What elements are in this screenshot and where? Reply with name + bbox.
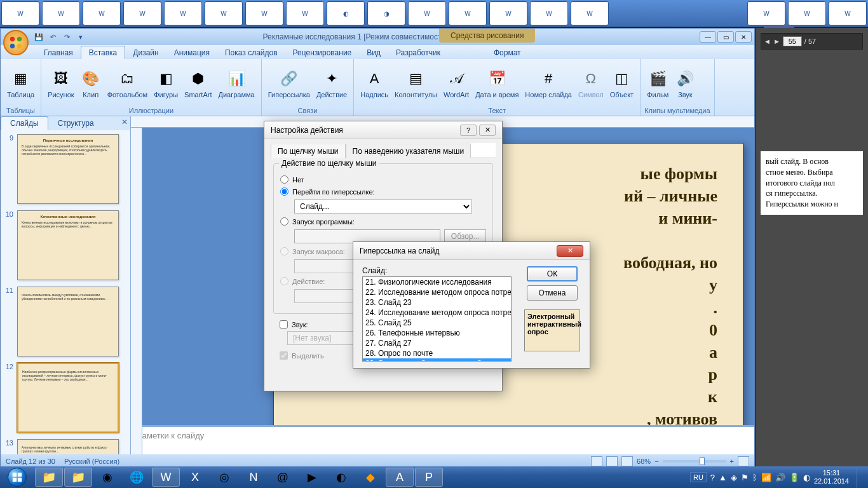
taskbar-media[interactable]: ▶ bbox=[298, 468, 326, 487]
chart-button[interactable]: 📊Диаграмма bbox=[216, 67, 257, 100]
smartart-button[interactable]: ⬢SmartArt bbox=[182, 67, 214, 100]
tab-view[interactable]: Вид bbox=[359, 46, 388, 59]
taskbar-app[interactable]: ◎ bbox=[210, 468, 238, 487]
qat-more-icon[interactable]: ▾ bbox=[74, 30, 87, 43]
tab-home[interactable]: Главная bbox=[36, 46, 81, 59]
outline-tab[interactable]: Структура bbox=[48, 116, 104, 130]
language-indicator[interactable]: RU bbox=[690, 472, 707, 482]
clock[interactable]: 15:3122.01.2014 bbox=[814, 469, 849, 485]
slides-tab[interactable]: Слайды bbox=[1, 116, 48, 130]
taskbar-doc[interactable]: W bbox=[42, 1, 80, 25]
taskbar-doc[interactable]: W bbox=[1, 1, 39, 25]
taskbar-mail[interactable]: @ bbox=[269, 468, 297, 487]
fit-button[interactable] bbox=[738, 456, 749, 466]
radio-runprogram[interactable]: Запуск программы: bbox=[280, 217, 486, 226]
slide-listbox[interactable]: 21. Физиологические исследования22. Иссл… bbox=[362, 276, 512, 362]
zoom-in-button[interactable]: + bbox=[730, 458, 734, 465]
taskbar-excel[interactable]: X bbox=[181, 468, 209, 487]
taskbar-word[interactable]: W bbox=[152, 468, 180, 487]
slide-thumb[interactable]: 11понять взаимосвязь между чувствами, от… bbox=[4, 287, 126, 356]
help-button[interactable]: ? bbox=[460, 125, 477, 136]
zoom-out-button[interactable]: − bbox=[654, 458, 658, 465]
taskbar-doc[interactable]: W bbox=[205, 1, 243, 25]
next-page-icon[interactable]: ► bbox=[773, 37, 780, 45]
taskbar-onenote[interactable]: N bbox=[240, 468, 268, 487]
tab-review[interactable]: Рецензирование bbox=[285, 46, 360, 59]
taskbar-explorer[interactable]: 📁 bbox=[35, 468, 63, 487]
list-item[interactable]: 27. Слайд 27 bbox=[363, 338, 511, 348]
thumbnail-list[interactable]: 9Первичные исследованияВ ходе первичных … bbox=[1, 130, 130, 454]
taskbar-doc[interactable]: W bbox=[286, 1, 324, 25]
radio-hyperlink[interactable]: Перейти по гиперссылке: bbox=[280, 187, 486, 196]
taskbar-doc[interactable]: W bbox=[747, 1, 785, 25]
taskbar-doc[interactable]: W bbox=[788, 1, 826, 25]
taskbar-doc[interactable]: W bbox=[408, 1, 446, 25]
save-icon[interactable]: 💾 bbox=[32, 30, 45, 43]
battery-icon[interactable]: 🔋 bbox=[789, 473, 799, 482]
taskbar-doc[interactable]: W bbox=[571, 1, 609, 25]
table-button[interactable]: ▦Таблица bbox=[4, 67, 37, 100]
tab-onhover[interactable]: По наведению указателя мыши bbox=[346, 144, 471, 158]
tab-format[interactable]: Формат bbox=[486, 46, 529, 59]
redo-icon[interactable]: ↷ bbox=[60, 30, 73, 43]
taskbar-doc[interactable]: W bbox=[123, 1, 161, 25]
taskbar-doc[interactable]: W bbox=[164, 1, 202, 25]
taskbar-hp[interactable]: ◉ bbox=[93, 468, 121, 487]
tab-insert[interactable]: Вставка bbox=[81, 46, 126, 59]
prev-page-icon[interactable]: ◄ bbox=[764, 37, 771, 45]
zoom-slider[interactable] bbox=[663, 460, 726, 463]
list-item[interactable]: 28. Опрос по почте bbox=[363, 348, 511, 358]
taskbar-doc[interactable]: W bbox=[449, 1, 487, 25]
object-button[interactable]: ◫Объект bbox=[607, 67, 636, 100]
list-item[interactable]: 26. Телефонные интервью bbox=[363, 328, 511, 338]
hyperlink-select[interactable]: Слайд... bbox=[294, 200, 472, 214]
list-item[interactable]: 21. Физиологические исследования bbox=[363, 277, 511, 287]
sorter-view-button[interactable] bbox=[606, 456, 618, 466]
close-button[interactable]: ✕ bbox=[479, 125, 496, 136]
start-button[interactable] bbox=[0, 466, 34, 488]
tray-icon[interactable]: ◐ bbox=[803, 473, 810, 482]
action-button[interactable]: ✦Действие bbox=[314, 67, 349, 100]
textbox-button[interactable]: AНадпись bbox=[358, 67, 391, 100]
help-icon[interactable]: ? bbox=[710, 473, 715, 482]
normal-view-button[interactable] bbox=[591, 456, 602, 466]
tab-design[interactable]: Дизайн bbox=[125, 46, 166, 59]
list-item[interactable]: 22. Исследование методом опроса потреби bbox=[363, 287, 511, 297]
movie-button[interactable]: 🎬Фильм bbox=[644, 67, 671, 100]
tray-icon[interactable]: ⚑ bbox=[741, 473, 749, 482]
notes-pane[interactable]: Заметки к слайду bbox=[131, 425, 754, 454]
taskbar-app[interactable]: ◆ bbox=[356, 468, 384, 487]
list-item[interactable]: 23. Слайд 23 bbox=[363, 297, 511, 308]
taskbar-doc[interactable]: W bbox=[245, 1, 283, 25]
maximize-button[interactable]: ▭ bbox=[717, 31, 734, 43]
language-indicator[interactable]: Русский (Россия) bbox=[64, 458, 119, 465]
bluetooth-icon[interactable]: ᛒ bbox=[752, 473, 757, 482]
taskbar-powerpoint[interactable]: P bbox=[415, 468, 443, 487]
list-item[interactable]: 29. Электронный интерактивный опрос bbox=[363, 358, 511, 362]
taskbar-doc[interactable]: ◐ bbox=[327, 1, 365, 25]
tray-icon[interactable]: ◈ bbox=[731, 473, 737, 482]
slideshow-view-button[interactable] bbox=[621, 456, 633, 466]
undo-icon[interactable]: ↶ bbox=[46, 30, 59, 43]
page-input[interactable] bbox=[783, 36, 802, 46]
slidenum-button[interactable]: #Номер слайда bbox=[522, 67, 574, 100]
headerfooter-button[interactable]: ▤Колонтитулы bbox=[392, 67, 440, 100]
list-item[interactable]: 25. Слайд 25 bbox=[363, 318, 511, 328]
slide-thumb[interactable]: 9Первичные исследованияВ ходе первичных … bbox=[4, 134, 126, 204]
tab-animation[interactable]: Анимация bbox=[166, 46, 217, 59]
close-button[interactable]: ✕ bbox=[557, 245, 583, 257]
datetime-button[interactable]: 📅Дата и время bbox=[473, 67, 521, 100]
taskbar-doc[interactable]: ◑ bbox=[367, 1, 405, 25]
panel-close-icon[interactable]: ✕ bbox=[119, 116, 130, 130]
tab-onclick[interactable]: По щелчку мыши bbox=[271, 144, 346, 158]
network-icon[interactable]: 📶 bbox=[761, 473, 771, 482]
volume-icon[interactable]: 🔊 bbox=[775, 473, 785, 482]
taskbar-doc[interactable]: W bbox=[530, 1, 568, 25]
taskbar-doc[interactable]: W bbox=[829, 1, 867, 25]
minimize-button[interactable]: — bbox=[700, 31, 716, 43]
shapes-button[interactable]: ◧Фигуры bbox=[151, 67, 180, 100]
show-desktop-button[interactable] bbox=[857, 466, 863, 488]
tab-developer[interactable]: Разработчик bbox=[388, 46, 448, 59]
radio-none[interactable]: Нет bbox=[280, 175, 486, 184]
wordart-button[interactable]: 𝒜WordArt bbox=[441, 67, 471, 100]
